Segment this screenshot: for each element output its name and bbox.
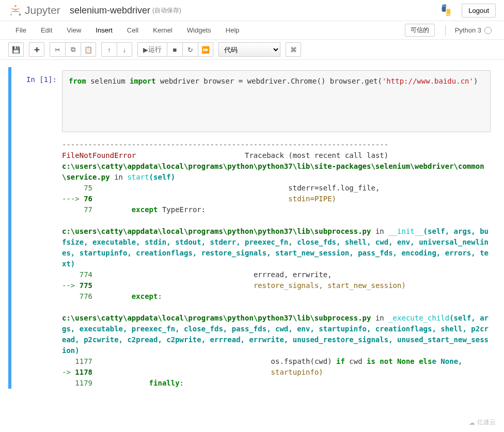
- move-down-button[interactable]: ↓: [117, 42, 132, 57]
- copy-button[interactable]: ⧉: [65, 42, 81, 57]
- logout-button[interactable]: Logout: [462, 4, 496, 18]
- paste-button[interactable]: 📋: [81, 42, 96, 57]
- header: Jupyter selenium-webdriver (自动保存) Logout: [0, 0, 504, 21]
- autosave-indicator: (自动保存): [152, 6, 181, 15]
- svg-point-2: [19, 13, 21, 15]
- menu-widgets[interactable]: Widgets: [180, 23, 218, 37]
- menu-insert[interactable]: Insert: [88, 23, 120, 37]
- menu-kernel[interactable]: Kernel: [146, 23, 180, 37]
- restart-button[interactable]: ↻: [182, 42, 198, 57]
- notebook-title[interactable]: selenium-webdriver: [70, 5, 150, 16]
- kernel-name: Python 3: [455, 26, 481, 34]
- menu-edit[interactable]: Edit: [34, 23, 59, 37]
- run-button[interactable]: ▶ 运行: [137, 42, 167, 57]
- add-cell-button[interactable]: ✚: [29, 42, 44, 57]
- move-up-button[interactable]: ↑: [101, 42, 117, 57]
- input-prompt: In [1]:: [17, 70, 62, 132]
- interrupt-button[interactable]: ■: [167, 42, 182, 57]
- command-palette-button[interactable]: ⌘: [286, 42, 301, 57]
- notebook-area: In [1]: from selenium import webdriver b…: [0, 60, 504, 404]
- menu-file[interactable]: File: [8, 23, 34, 37]
- jupyter-logo[interactable]: Jupyter: [8, 3, 60, 18]
- cut-button[interactable]: ✂: [50, 42, 65, 57]
- menu-help[interactable]: Help: [218, 23, 247, 37]
- kernel-indicator: Python 3: [455, 26, 492, 34]
- traceback: ----------------------------------------…: [62, 135, 491, 389]
- cell-output: ----------------------------------------…: [11, 135, 496, 389]
- svg-point-1: [10, 14, 12, 15]
- restart-run-all-button[interactable]: ⏩: [198, 42, 213, 57]
- trusted-indicator[interactable]: 可信的: [405, 24, 435, 37]
- code-input[interactable]: from selenium import webdriver browser =…: [62, 70, 491, 132]
- menu-cell[interactable]: Cell: [120, 23, 146, 37]
- logo-text: Jupyter: [25, 4, 60, 17]
- svg-point-0: [14, 5, 17, 7]
- python-icon: [439, 3, 453, 18]
- menu-view[interactable]: View: [59, 23, 88, 37]
- menubar: File Edit View Insert Cell Kernel Widget…: [0, 21, 504, 40]
- svg-point-3: [444, 6, 445, 7]
- svg-point-4: [448, 14, 449, 15]
- jupyter-icon: [8, 3, 23, 18]
- cell-type-select[interactable]: 代码: [218, 42, 280, 57]
- kernel-idle-icon: [484, 27, 492, 34]
- toolbar: 💾 ✚ ✂ ⧉ 📋 ↑ ↓ ▶ 运行 ■ ↻ ⏩ 代码 ⌘: [0, 40, 504, 60]
- code-cell[interactable]: In [1]: from selenium import webdriver b…: [8, 67, 496, 389]
- save-button[interactable]: 💾: [8, 42, 24, 57]
